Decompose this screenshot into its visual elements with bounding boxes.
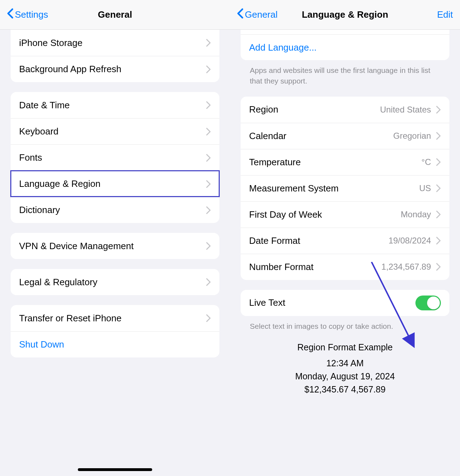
navbar-general: Settings General	[0, 0, 230, 30]
example-time: 12:34 AM	[241, 358, 449, 368]
row-add-language[interactable]: Add Language...	[241, 35, 449, 60]
row-fonts[interactable]: Fonts	[11, 144, 219, 171]
back-label: General	[245, 9, 278, 20]
row-label: Fonts	[19, 152, 42, 163]
chevron-right-icon	[436, 158, 441, 166]
row-label: Legal & Regulatory	[19, 277, 97, 288]
row-dictionary[interactable]: Dictionary	[11, 197, 219, 223]
chevron-right-icon	[206, 314, 211, 322]
pane-general: Settings General iPhone Storage Backgrou…	[0, 0, 230, 476]
chevron-right-icon	[436, 184, 441, 193]
row-label: Date & Time	[19, 100, 70, 111]
chevron-right-icon	[206, 39, 211, 47]
row-live-text[interactable]: Live Text	[241, 290, 449, 316]
live-text-footer-text: Select text in images to copy or take ac…	[241, 316, 449, 332]
row-label: Live Text	[249, 297, 285, 308]
row-shut-down[interactable]: Shut Down	[11, 331, 219, 357]
page-title: Language & Region	[302, 9, 388, 20]
row-date-time[interactable]: Date & Time	[11, 92, 219, 118]
example-title: Region Format Example	[241, 342, 449, 352]
chevron-right-icon	[206, 206, 211, 214]
row-keyboard[interactable]: Keyboard	[11, 118, 219, 144]
row-date-format[interactable]: Date Format 19/08/2024	[241, 228, 449, 254]
back-label: Settings	[15, 9, 48, 20]
row-label: Add Language...	[249, 42, 317, 53]
home-indicator[interactable]	[78, 468, 152, 471]
row-label: Number Format	[249, 262, 314, 273]
chevron-right-icon	[206, 180, 211, 188]
row-value: 1,234,567.89	[381, 262, 431, 272]
chevron-left-icon	[7, 8, 13, 21]
row-label: Temperature	[249, 157, 301, 168]
region-format-example: Region Format Example 12:34 AM Monday, A…	[241, 342, 449, 395]
row-label: Dictionary	[19, 205, 60, 216]
row-number-format[interactable]: Number Format 1,234,567.89	[241, 254, 449, 280]
row-label: Background App Refresh	[19, 64, 121, 75]
row-label: VPN & Device Management	[19, 241, 134, 252]
chevron-right-icon	[206, 65, 211, 74]
chevron-left-icon	[237, 8, 243, 21]
row-value: 19/08/2024	[389, 236, 431, 246]
row-value: United States	[380, 105, 431, 115]
navbar-language-region: General Language & Region Edit	[230, 0, 460, 30]
chevron-right-icon	[436, 236, 441, 245]
row-transfer-reset-iphone[interactable]: Transfer or Reset iPhone	[11, 305, 219, 331]
example-money: $12,345.67 4,567.89	[241, 384, 449, 395]
example-date: Monday, August 19, 2024	[241, 371, 449, 382]
row-label: Keyboard	[19, 126, 58, 137]
chevron-right-icon	[206, 127, 211, 136]
chevron-right-icon	[206, 242, 211, 250]
row-label: Measurement System	[249, 183, 339, 194]
chevron-right-icon	[206, 101, 211, 109]
live-text-toggle[interactable]	[415, 296, 441, 310]
row-legal-regulatory[interactable]: Legal & Regulatory	[11, 269, 219, 295]
row-region[interactable]: Region United States	[241, 97, 449, 123]
row-label: Region	[249, 104, 278, 115]
back-button-general[interactable]: General	[237, 8, 278, 21]
page-title: General	[98, 9, 132, 20]
row-calendar[interactable]: Calendar Gregorian	[241, 123, 449, 149]
row-value: Monday	[401, 210, 431, 219]
edit-button[interactable]: Edit	[437, 9, 453, 20]
row-value: °C	[421, 157, 431, 167]
row-value: Gregorian	[393, 131, 431, 141]
row-background-app-refresh[interactable]: Background App Refresh	[11, 56, 219, 82]
row-label: Calendar	[249, 131, 287, 142]
chevron-right-icon	[436, 263, 441, 271]
chevron-right-icon	[436, 210, 441, 219]
pane-language-region: General Language & Region Edit Add Langu…	[230, 0, 460, 476]
row-temperature[interactable]: Temperature °C	[241, 149, 449, 175]
chevron-right-icon	[206, 154, 211, 162]
row-label: Language & Region	[19, 178, 100, 189]
row-vpn-device-management[interactable]: VPN & Device Management	[11, 233, 219, 259]
chevron-right-icon	[436, 132, 441, 140]
row-label: Transfer or Reset iPhone	[19, 313, 122, 324]
row-value: US	[419, 183, 431, 193]
chevron-right-icon	[436, 105, 441, 114]
row-first-day-of-week[interactable]: First Day of Week Monday	[241, 201, 449, 228]
row-label: Shut Down	[19, 339, 64, 350]
row-label: Date Format	[249, 235, 300, 246]
row-label: iPhone Storage	[19, 38, 82, 48]
row-label: First Day of Week	[249, 209, 322, 220]
language-footer-text: Apps and websites will use the first lan…	[241, 60, 449, 87]
back-button-settings[interactable]: Settings	[7, 8, 48, 21]
row-language-region[interactable]: Language & Region	[11, 171, 219, 197]
row-iphone-storage[interactable]: iPhone Storage	[11, 30, 219, 56]
chevron-right-icon	[206, 278, 211, 286]
row-measurement-system[interactable]: Measurement System US	[241, 175, 449, 201]
language-list-bottom-edge	[241, 30, 449, 35]
